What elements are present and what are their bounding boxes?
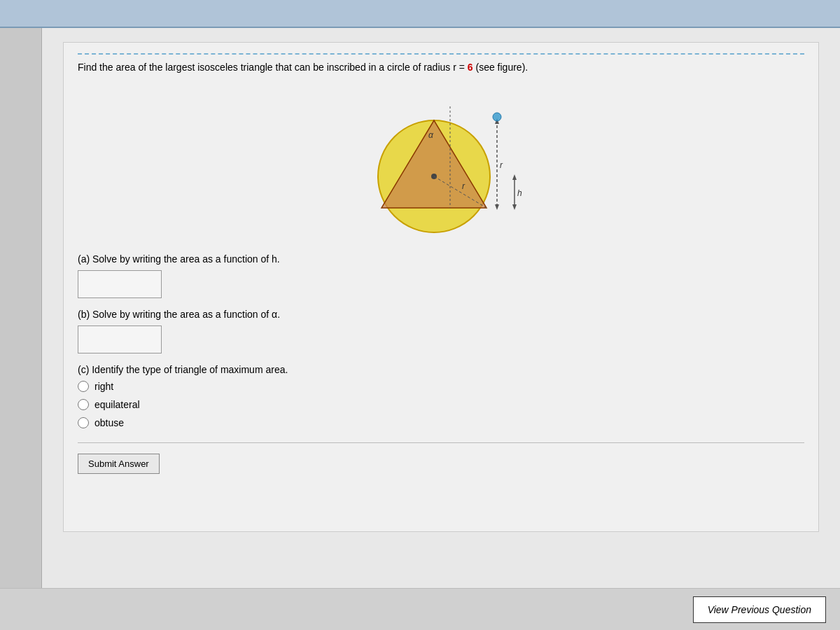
svg-text:α: α <box>428 130 434 140</box>
main-container: Find the area of the largest isosceles t… <box>0 28 840 630</box>
svg-text:h: h <box>517 188 522 198</box>
radio-right-label: right <box>94 381 113 392</box>
top-bar <box>0 0 840 28</box>
part-c-label: (c) Identify the type of triangle of max… <box>78 364 804 375</box>
bottom-bar: View Previous Question <box>0 588 840 630</box>
radio-item-obtuse: obtuse <box>78 417 804 428</box>
svg-point-16 <box>493 113 501 121</box>
radio-right[interactable] <box>78 381 89 392</box>
part-b-input[interactable] <box>78 326 162 354</box>
svg-marker-14 <box>512 174 517 180</box>
radius-value: 6 <box>468 62 473 73</box>
submit-section: Submit Answer <box>78 442 804 474</box>
svg-marker-10 <box>495 204 499 210</box>
view-previous-button[interactable]: View Previous Question <box>693 596 826 623</box>
svg-text:r: r <box>500 160 503 170</box>
question-title: Find the area of the largest isosceles t… <box>78 53 804 75</box>
svg-marker-13 <box>512 204 517 210</box>
radio-equilateral[interactable] <box>78 399 89 410</box>
diagram-svg: r α r <box>343 85 539 239</box>
part-b-label: (b) Solve by writing the area as a funct… <box>78 309 804 320</box>
left-sidebar <box>0 28 42 630</box>
radio-obtuse[interactable] <box>78 417 89 428</box>
submit-button[interactable]: Submit Answer <box>78 454 160 474</box>
radio-equilateral-label: equilateral <box>94 399 140 410</box>
content-area: Find the area of the largest isosceles t… <box>42 28 840 630</box>
radio-item-equilateral: equilateral <box>78 399 804 410</box>
question-box: Find the area of the largest isosceles t… <box>63 42 819 532</box>
part-a-label: (a) Solve by writing the area as a funct… <box>78 253 804 265</box>
part-a-input[interactable] <box>78 270 162 298</box>
radio-item-right: right <box>78 381 804 392</box>
figure-area: r α r <box>78 85 804 239</box>
radio-group: right equilateral obtuse <box>78 381 804 428</box>
radio-obtuse-label: obtuse <box>94 417 124 428</box>
